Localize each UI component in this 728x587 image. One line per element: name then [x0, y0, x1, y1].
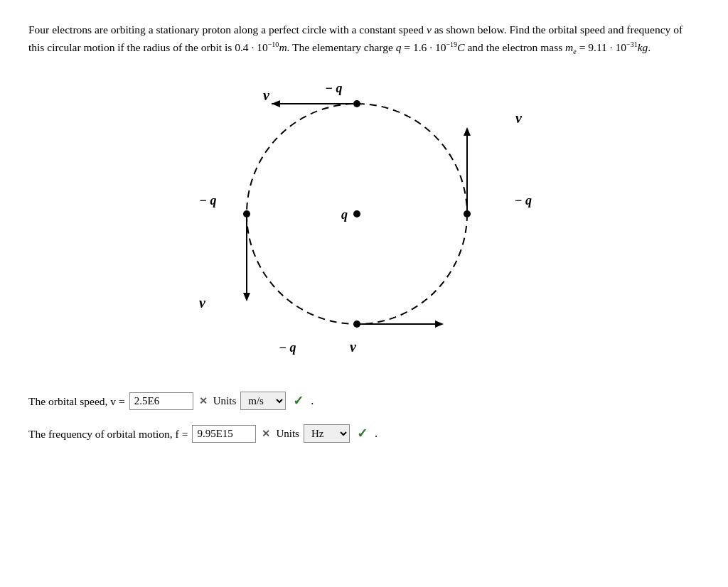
svg-marker-10: [435, 321, 444, 328]
bottom-neg-q-label: − q: [279, 338, 296, 357]
right-neg-q-label: − q: [515, 191, 532, 210]
svg-point-2: [353, 100, 360, 107]
center-q-label: q: [341, 205, 348, 225]
top-v-label: v: [263, 85, 269, 106]
right-v-label: v: [515, 107, 522, 129]
frequency-clear-button[interactable]: ✕: [260, 428, 272, 439]
frequency-period: .: [375, 425, 378, 442]
speed-row: The orbital speed, v = 2.5E6 ✕ Units m/s…: [28, 392, 700, 410]
frequency-units-label: Units: [276, 426, 299, 442]
svg-marker-7: [464, 127, 471, 136]
problem-text: Four electrons are orbiting a stationary…: [28, 21, 700, 58]
frequency-units-select[interactable]: Hz kHz MHz GHz: [304, 424, 350, 443]
svg-point-1: [353, 210, 360, 217]
svg-marker-4: [272, 100, 280, 107]
speed-label: The orbital speed, v =: [28, 393, 125, 409]
speed-units-label: Units: [213, 393, 237, 409]
left-neg-q-label: − q: [199, 191, 216, 210]
speed-check-button[interactable]: ✓: [290, 392, 306, 410]
diagram-container: v − q v − q − q v − q v q: [28, 72, 700, 370]
svg-point-5: [464, 210, 471, 217]
answer-section: The orbital speed, v = 2.5E6 ✕ Units m/s…: [28, 392, 700, 443]
speed-input[interactable]: 2.5E6: [129, 392, 193, 410]
top-neg-q-label: − q: [325, 79, 342, 98]
left-v-label: v: [199, 292, 205, 313]
svg-marker-13: [243, 293, 250, 301]
orbit-circle: [229, 86, 485, 342]
frequency-label: The frequency of orbital motion, f =: [28, 426, 188, 442]
svg-point-8: [353, 321, 360, 328]
frequency-row: The frequency of orbital motion, f = 9.9…: [28, 424, 700, 443]
diagram: v − q v − q − q v − q v q: [186, 72, 542, 370]
speed-units-select[interactable]: m/s km/s ft/s: [240, 392, 286, 410]
frequency-check-button[interactable]: ✓: [354, 424, 370, 443]
svg-point-11: [243, 210, 250, 217]
speed-period: .: [311, 392, 314, 409]
bottom-v-label: v: [350, 336, 356, 357]
speed-clear-button[interactable]: ✕: [198, 395, 209, 406]
frequency-input[interactable]: 9.95E15: [192, 425, 256, 443]
